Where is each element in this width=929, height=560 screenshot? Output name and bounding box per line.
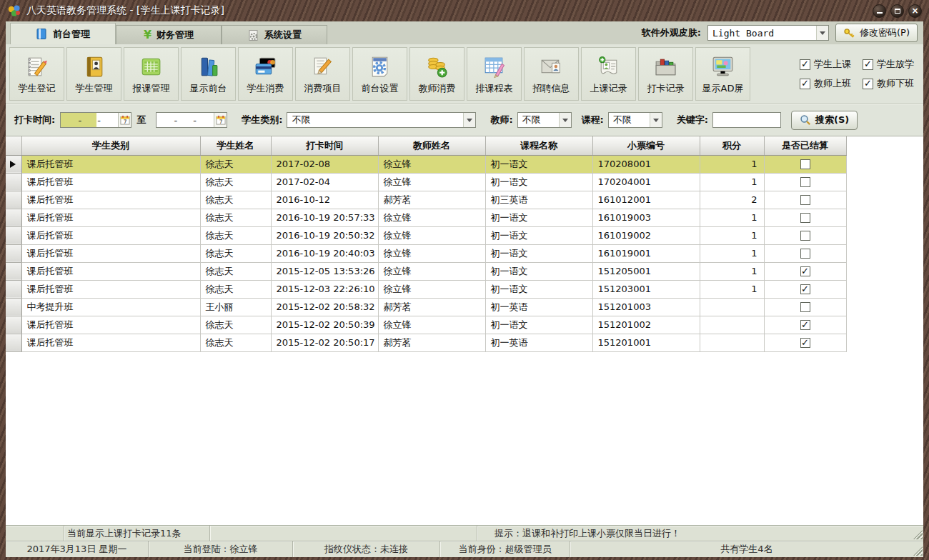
- cell-settled[interactable]: [764, 298, 846, 316]
- toolbar-show-ad-screen[interactable]: 显示AD屏: [695, 47, 750, 101]
- toggle-teacher-off-duty[interactable]: 教师下班: [863, 77, 914, 90]
- row-selector[interactable]: [6, 262, 21, 280]
- col-course-name[interactable]: 课程名称: [485, 136, 592, 155]
- cell-points[interactable]: [700, 316, 764, 334]
- cell-settled[interactable]: [764, 280, 846, 298]
- row-selector[interactable]: [6, 209, 21, 226]
- row-selector[interactable]: [6, 226, 21, 244]
- cell-points[interactable]: [700, 298, 764, 316]
- cell-student-type[interactable]: 课后托管班: [21, 244, 200, 262]
- cell-punch-time[interactable]: 2017-02-04: [271, 173, 378, 191]
- cell-points[interactable]: 1: [700, 173, 764, 191]
- table-row[interactable]: 课后托管班徐志天2015-12-05 13:53:26徐立锋初一语文151205…: [6, 262, 923, 280]
- table-row[interactable]: 课后托管班徐志天2015-12-02 20:50:17郝芳茗初一英语151201…: [6, 334, 923, 351]
- teacher-dropdown[interactable]: 不限: [517, 112, 572, 128]
- cell-teacher-name[interactable]: 徐立锋: [378, 209, 485, 226]
- cell-course-name[interactable]: 初三英语: [485, 191, 592, 209]
- cell-course-name[interactable]: 初一语文: [485, 155, 592, 173]
- col-points[interactable]: 积分: [700, 136, 764, 155]
- cell-settled[interactable]: [764, 209, 846, 226]
- cell-student-name[interactable]: 徐志天: [200, 209, 271, 226]
- cell-ticket-no[interactable]: 161012001: [592, 191, 700, 209]
- toolbar-recruit-info[interactable]: 招聘信息: [524, 47, 579, 101]
- settled-checkbox[interactable]: [800, 159, 810, 169]
- cell-course-name[interactable]: 初一英语: [485, 298, 592, 316]
- col-ticket-no[interactable]: 小票编号: [592, 136, 700, 155]
- cell-ticket-no[interactable]: 151203001: [592, 280, 700, 298]
- minimize-button[interactable]: [873, 4, 886, 18]
- row-selector[interactable]: [6, 280, 21, 298]
- row-selector[interactable]: [6, 334, 21, 351]
- toggle-teacher-on-duty[interactable]: 教师上班: [800, 77, 851, 90]
- dropdown-button[interactable]: [559, 113, 571, 127]
- cell-ticket-no[interactable]: 170208001: [592, 155, 700, 173]
- toolbar-student-manage[interactable]: 学生管理: [66, 47, 121, 101]
- student-type-dropdown[interactable]: 不限: [287, 112, 476, 128]
- keyword-input[interactable]: [712, 112, 781, 128]
- cell-settled[interactable]: [764, 173, 846, 191]
- checkbox-icon[interactable]: [800, 59, 810, 70]
- cell-points[interactable]: 1: [700, 244, 764, 262]
- cell-ticket-no[interactable]: 161019003: [592, 209, 700, 226]
- cell-student-name[interactable]: 徐志天: [200, 280, 271, 298]
- cell-points[interactable]: [700, 334, 764, 351]
- dropdown-button[interactable]: [816, 26, 828, 40]
- table-row[interactable]: 课后托管班徐志天2016-10-12郝芳茗初三英语1610120012: [6, 191, 923, 209]
- toggle-student-in-class[interactable]: 学生上课: [800, 58, 851, 71]
- cell-student-type[interactable]: 课后托管班: [21, 226, 200, 244]
- date-from-field[interactable]: - - 7: [60, 112, 131, 128]
- cell-punch-time[interactable]: 2016-10-19 20:50:32: [271, 226, 378, 244]
- toolbar-front-settings[interactable]: 前台设置: [352, 47, 407, 101]
- toolbar-course-manage[interactable]: 报课管理: [124, 47, 179, 101]
- table-row[interactable]: 课后托管班徐志天2015-12-02 20:50:39徐立锋初一语文151201…: [6, 316, 923, 334]
- col-settled[interactable]: 是否已结算: [764, 136, 846, 155]
- settled-checkbox[interactable]: [800, 266, 810, 276]
- toggle-student-leave[interactable]: 学生放学: [863, 58, 914, 71]
- cell-ticket-no[interactable]: 151201003: [592, 298, 700, 316]
- row-selector[interactable]: [6, 173, 21, 191]
- settled-checkbox[interactable]: [800, 338, 810, 348]
- cell-punch-time[interactable]: 2015-12-02 20:58:32: [271, 298, 378, 316]
- toolbar-student-register[interactable]: 学生登记: [9, 47, 64, 101]
- cell-settled[interactable]: [764, 155, 846, 173]
- cell-ticket-no[interactable]: 161019002: [592, 226, 700, 244]
- toolbar-teacher-consume[interactable]: 教师消费: [409, 47, 464, 101]
- cell-ticket-no[interactable]: 151201001: [592, 334, 700, 351]
- cell-settled[interactable]: [764, 316, 846, 334]
- table-row[interactable]: 中考提升班王小丽2015-12-02 20:58:32郝芳茗初一英语151201…: [6, 298, 923, 316]
- cell-punch-time[interactable]: 2015-12-02 20:50:17: [271, 334, 378, 351]
- settled-checkbox[interactable]: [800, 284, 810, 294]
- maximize-button[interactable]: [890, 4, 904, 18]
- table-row[interactable]: 课后托管班徐志天2016-10-19 20:40:03徐立锋初一语文161019…: [6, 244, 923, 262]
- settled-checkbox[interactable]: [800, 177, 810, 187]
- skin-dropdown[interactable]: Light Board: [707, 25, 829, 41]
- cell-settled[interactable]: [764, 244, 846, 262]
- col-teacher-name[interactable]: 教师姓名: [378, 136, 485, 155]
- cell-points[interactable]: 2: [700, 191, 764, 209]
- cell-student-type[interactable]: 课后托管班: [21, 191, 200, 209]
- cell-student-type[interactable]: 课后托管班: [21, 209, 200, 226]
- cell-settled[interactable]: [764, 262, 846, 280]
- cell-teacher-name[interactable]: 徐立锋: [378, 280, 485, 298]
- settled-checkbox[interactable]: [800, 213, 810, 223]
- cell-student-name[interactable]: 徐志天: [200, 155, 271, 173]
- cell-ticket-no[interactable]: 170204001: [592, 173, 700, 191]
- cell-teacher-name[interactable]: 徐立锋: [378, 173, 485, 191]
- toolbar-consume-items[interactable]: 消费项目: [295, 47, 350, 101]
- cell-student-type[interactable]: 课后托管班: [21, 155, 200, 173]
- cell-course-name[interactable]: 初一英语: [485, 334, 592, 351]
- col-student-type[interactable]: 学生类别: [21, 136, 200, 155]
- cell-student-name[interactable]: 王小丽: [200, 298, 271, 316]
- cell-course-name[interactable]: 初一语文: [485, 209, 592, 226]
- cell-teacher-name[interactable]: 徐立锋: [378, 226, 485, 244]
- cell-settled[interactable]: [764, 226, 846, 244]
- settled-checkbox[interactable]: [800, 302, 810, 312]
- cell-student-type[interactable]: 课后托管班: [21, 262, 200, 280]
- cell-student-type[interactable]: 课后托管班: [21, 173, 200, 191]
- cell-punch-time[interactable]: 2016-10-12: [271, 191, 378, 209]
- checkbox-icon[interactable]: [800, 79, 810, 89]
- cell-teacher-name[interactable]: 徐立锋: [378, 155, 485, 173]
- calendar-button[interactable]: 7: [214, 113, 227, 127]
- date-to-field[interactable]: - - 7: [156, 112, 227, 128]
- tab-front-desk[interactable]: 前台管理: [10, 23, 116, 44]
